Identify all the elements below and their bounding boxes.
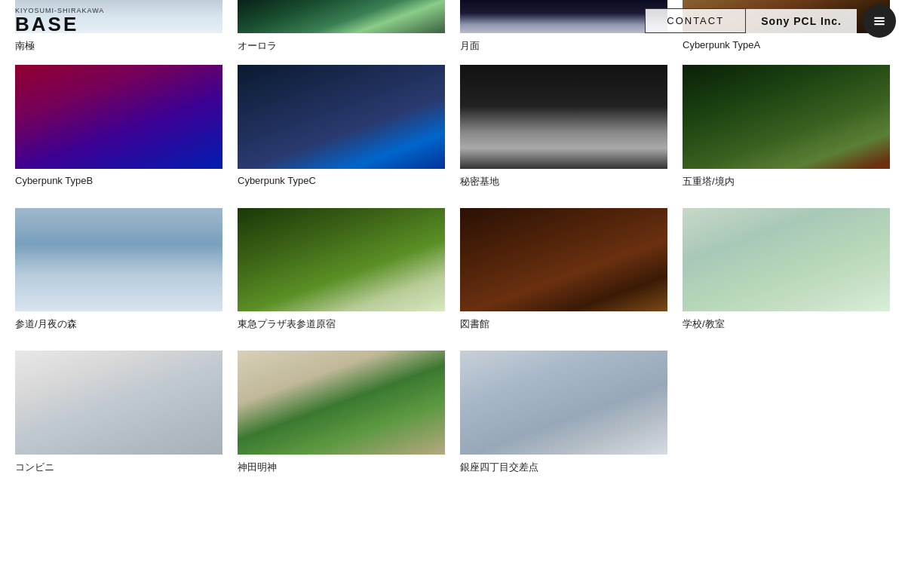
thumb-combini [15, 351, 222, 455]
grid-item-combini[interactable]: コンビニ [15, 351, 222, 486]
thumb-sando [15, 208, 222, 312]
row-4: コンビニ 神田明神 銀座四丁目交差点 [15, 351, 890, 486]
row-3: 参道/月夜の森 東急プラザ表参道原宿 図書館 学校/教室 [15, 208, 890, 344]
label-combini: コンビニ [15, 455, 222, 486]
grid-item-secret-base[interactable]: 秘密基地 [460, 65, 667, 201]
thumb-kanda [238, 351, 445, 455]
logo[interactable]: KIYOSUMI-SHIRAKAWA BASE [15, 8, 104, 34]
thumb-gakko [683, 208, 890, 312]
label-gojuto: 五重塔/境内 [683, 169, 890, 201]
thumb-ginza [460, 351, 667, 455]
grid-item-gakko[interactable]: 学校/教室 [683, 208, 890, 344]
menu-button[interactable] [863, 5, 896, 38]
label-ginza: 銀座四丁目交差点 [460, 455, 667, 486]
thumb-gojuto [683, 65, 890, 169]
grid-item-tokyu[interactable]: 東急プラザ表参道原宿 [238, 208, 445, 344]
grid-item-empty [683, 351, 890, 486]
header: KIYOSUMI-SHIRAKAWA BASE CONTACT Sony PCL… [0, 0, 905, 41]
grid-item-sando[interactable]: 参道/月夜の森 [15, 208, 222, 344]
label-secret-base: 秘密基地 [460, 169, 667, 201]
thumb-cyberpunk-b [15, 65, 222, 169]
row-2: Cyberpunk TypeB Cyberpunk TypeC 秘密基地 五重塔… [15, 65, 890, 201]
grid-item-cyberpunk-b[interactable]: Cyberpunk TypeB [15, 65, 222, 201]
grid-item-toshokan[interactable]: 図書館 [460, 208, 667, 344]
label-toshokan: 図書館 [460, 311, 667, 343]
label-sando: 参道/月夜の森 [15, 311, 222, 343]
grid-item-kanda[interactable]: 神田明神 [238, 351, 445, 486]
label-gakko: 学校/教室 [683, 311, 890, 343]
grid-container: 南極 オーロラ 月面 Cyberpunk TypeA Cyberpunk Typ… [0, 0, 905, 486]
header-right: CONTACT Sony PCL Inc. [645, 5, 905, 38]
grid-item-ginza[interactable]: 銀座四丁目交差点 [460, 351, 667, 486]
contact-button[interactable]: CONTACT [645, 8, 746, 33]
sony-pcl-label: Sony PCL Inc. [746, 9, 857, 33]
label-tokyu: 東急プラザ表参道原宿 [238, 311, 445, 343]
label-cyberpunk-b: Cyberpunk TypeB [15, 169, 222, 198]
thumb-secret-base [460, 65, 667, 169]
label-kanda: 神田明神 [238, 455, 445, 486]
grid-item-gojuto[interactable]: 五重塔/境内 [683, 65, 890, 201]
thumb-tokyu [238, 208, 445, 312]
label-cyberpunk-c: Cyberpunk TypeC [238, 169, 445, 198]
logo-big: BASE [15, 14, 104, 34]
grid-item-cyberpunk-c[interactable]: Cyberpunk TypeC [238, 65, 445, 201]
thumb-toshokan [460, 208, 667, 312]
thumb-cyberpunk-c [238, 65, 445, 169]
